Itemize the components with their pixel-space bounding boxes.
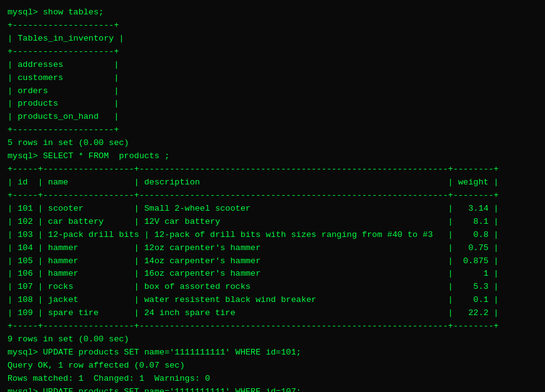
terminal-line: | 101 | scooter | Small 2-wheel scooter …	[8, 203, 538, 216]
terminal-line: | id | name | description | weight |	[8, 176, 538, 189]
terminal-line: | 109 | spare tire | 24 inch spare tire …	[8, 307, 538, 320]
terminal-line: | 103 | 12-pack drill bits | 12-pack of …	[8, 229, 538, 242]
terminal-line: | 108 | jacket | water resistent black w…	[8, 294, 538, 307]
terminal-line: mysql> SELECT * FROM products ;	[8, 150, 538, 163]
terminal-line: mysql> show tables;	[8, 6, 538, 19]
terminal-line: +--------------------+	[8, 46, 538, 59]
terminal-line: | addresses |	[8, 59, 538, 72]
terminal-line: | products_on_hand |	[8, 111, 538, 124]
terminal-line: | 105 | hammer | 14oz carpenter's hammer…	[8, 255, 538, 268]
terminal-line: | customers |	[8, 72, 538, 85]
terminal-line: 5 rows in set (0.00 sec)	[8, 137, 538, 150]
terminal-line: +--------------------+	[8, 19, 538, 33]
terminal-line: | products |	[8, 98, 538, 111]
terminal-line: | Tables_in_inventory |	[8, 33, 538, 46]
terminal-output: mysql> show tables;+--------------------…	[8, 6, 538, 392]
terminal-line: | 106 | hammer | 16oz carpenter's hammer…	[8, 268, 538, 281]
terminal-line: 9 rows in set (0.00 sec)	[8, 333, 538, 346]
terminal-line: | 102 | car battery | 12V car battery | …	[8, 216, 538, 229]
terminal-line: +-----+------------------+--------------…	[8, 320, 538, 333]
terminal-line: | 107 | rocks | box of assorted rocks | …	[8, 281, 538, 294]
terminal-line: +--------------------+	[8, 124, 538, 137]
terminal-line: +-----+------------------+--------------…	[8, 163, 538, 176]
terminal-line: Query OK, 1 row affected (0.07 sec)	[8, 359, 538, 373]
terminal-line: mysql> UPDATE products SET name='1111111…	[8, 386, 538, 392]
terminal-line: mysql> UPDATE products SET name='1111111…	[8, 346, 538, 359]
terminal-line: Rows matched: 1 Changed: 1 Warnings: 0	[8, 373, 538, 386]
terminal-line: | 104 | hammer | 12oz carpenter's hammer…	[8, 242, 538, 255]
terminal-line: | orders |	[8, 85, 538, 98]
terminal-line: +-----+------------------+--------------…	[8, 189, 538, 203]
